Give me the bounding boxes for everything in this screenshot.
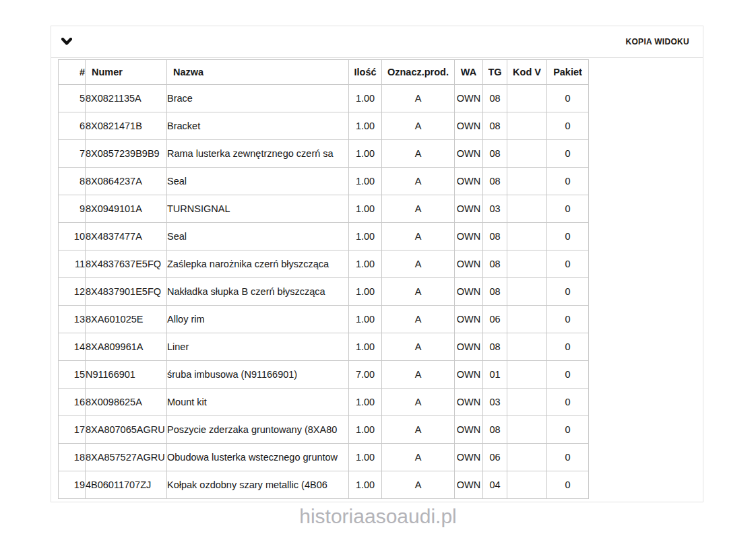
cell-pakiet: 0 (547, 195, 589, 223)
collapse-button[interactable] (61, 38, 72, 46)
cell-nazwa: śruba imbusowa (N91166901) (167, 361, 349, 389)
cell-wa: OWN (455, 361, 483, 389)
cell-kodv (507, 85, 547, 112)
table-row: 188XA857527AGRUObudowa lusterka wsteczne… (59, 444, 589, 471)
cell-tg: 08 (483, 168, 507, 195)
cell-kodv (507, 223, 547, 251)
cell-pakiet: 0 (547, 251, 589, 278)
cell-tg: 08 (483, 278, 507, 306)
cell-ilosc: 1.00 (349, 168, 382, 195)
cell-numer: 8X4837477A (86, 223, 167, 251)
cell-pakiet: 0 (547, 361, 589, 389)
cell-tg: 04 (483, 471, 507, 499)
table-row: 168X0098625AMount kit1.00AOWN030 (59, 389, 589, 416)
cell-numer: 8X0821471B (86, 112, 167, 140)
cell-pakiet: 0 (547, 333, 589, 361)
cell-ilosc: 1.00 (349, 471, 382, 499)
cell-ilosc: 1.00 (349, 416, 382, 444)
cell-oznacz: A (382, 251, 455, 278)
cell-ilosc: 1.00 (349, 140, 382, 168)
cell-tg: 08 (483, 416, 507, 444)
cell-oznacz: A (382, 361, 455, 389)
column-header-nazwa: Nazwa (167, 60, 349, 85)
cell-numer: 8XA809961A (86, 333, 167, 361)
cell-nazwa: Zaślepka narożnika czerń błyszcząca (167, 251, 349, 278)
cell-idx: 8 (59, 168, 86, 195)
cell-oznacz: A (382, 389, 455, 416)
cell-kodv (507, 195, 547, 223)
cell-oznacz: A (382, 306, 455, 333)
cell-idx: 11 (59, 251, 86, 278)
watermark-text: historiaasoaudi.pl (0, 505, 756, 528)
cell-wa: OWN (455, 471, 483, 499)
cell-wa: OWN (455, 195, 483, 223)
cell-ilosc: 1.00 (349, 112, 382, 140)
cell-pakiet: 0 (547, 471, 589, 499)
cell-wa: OWN (455, 333, 483, 361)
cell-ilosc: 1.00 (349, 389, 382, 416)
cell-wa: OWN (455, 389, 483, 416)
cell-pakiet: 0 (547, 306, 589, 333)
cell-ilosc: 1.00 (349, 195, 382, 223)
cell-kodv (507, 416, 547, 444)
cell-oznacz: A (382, 333, 455, 361)
column-header-pakiet: Pakiet (547, 60, 589, 85)
cell-tg: 08 (483, 112, 507, 140)
cell-pakiet: 0 (547, 444, 589, 471)
cell-idx: 9 (59, 195, 86, 223)
cell-oznacz: A (382, 223, 455, 251)
cell-wa: OWN (455, 416, 483, 444)
cell-kodv (507, 306, 547, 333)
cell-wa: OWN (455, 444, 483, 471)
cell-nazwa: Obudowa lusterka wstecznego gruntow (167, 444, 349, 471)
cell-ilosc: 7.00 (349, 361, 382, 389)
cell-nazwa: Bracket (167, 112, 349, 140)
table-row: 58X0821135ABrace1.00AOWN080 (59, 85, 589, 112)
cell-pakiet: 0 (547, 112, 589, 140)
table-row: 78X0857239B9B9Rama lusterka zewnętrznego… (59, 140, 589, 168)
cell-ilosc: 1.00 (349, 223, 382, 251)
cell-numer: N91166901 (86, 361, 167, 389)
column-header-idx: # (59, 60, 86, 85)
column-header-wa: WA (455, 60, 483, 85)
cell-tg: 03 (483, 389, 507, 416)
cell-numer: 8X0821135A (86, 85, 167, 112)
cell-nazwa: TURNSIGNAL (167, 195, 349, 223)
cell-kodv (507, 444, 547, 471)
cell-wa: OWN (455, 112, 483, 140)
cell-nazwa: Poszycie zderzaka gruntowany (8XA80 (167, 416, 349, 444)
cell-idx: 17 (59, 416, 86, 444)
cell-tg: 08 (483, 140, 507, 168)
cell-nazwa: Mount kit (167, 389, 349, 416)
cell-idx: 16 (59, 389, 86, 416)
cell-numer: 4B06011707ZJ (86, 471, 167, 499)
cell-kodv (507, 333, 547, 361)
cell-tg: 01 (483, 361, 507, 389)
cell-numer: 8X0857239B9B9 (86, 140, 167, 168)
chevron-down-icon (61, 38, 72, 46)
column-header-tg: TG (483, 60, 507, 85)
cell-kodv (507, 112, 547, 140)
cell-pakiet: 0 (547, 389, 589, 416)
cell-idx: 5 (59, 85, 86, 112)
cell-ilosc: 1.00 (349, 251, 382, 278)
cell-tg: 06 (483, 306, 507, 333)
cell-tg: 03 (483, 195, 507, 223)
cell-idx: 18 (59, 444, 86, 471)
copy-view-button[interactable]: KOPIA WIDOKU (626, 37, 690, 46)
table-row: 148XA809961ALiner1.00AOWN080 (59, 333, 589, 361)
cell-kodv (507, 278, 547, 306)
cell-oznacz: A (382, 471, 455, 499)
cell-pakiet: 0 (547, 168, 589, 195)
cell-idx: 15 (59, 361, 86, 389)
table-row: 194B06011707ZJKołpak ozdobny szary metal… (59, 471, 589, 499)
cell-nazwa: Brace (167, 85, 349, 112)
cell-idx: 7 (59, 140, 86, 168)
table-row: 138XA601025EAlloy rim1.00AOWN060 (59, 306, 589, 333)
cell-numer: 8X4837637E5FQ (86, 251, 167, 278)
cell-ilosc: 1.00 (349, 306, 382, 333)
cell-wa: OWN (455, 140, 483, 168)
cell-wa: OWN (455, 168, 483, 195)
cell-kodv (507, 471, 547, 499)
cell-oznacz: A (382, 444, 455, 471)
